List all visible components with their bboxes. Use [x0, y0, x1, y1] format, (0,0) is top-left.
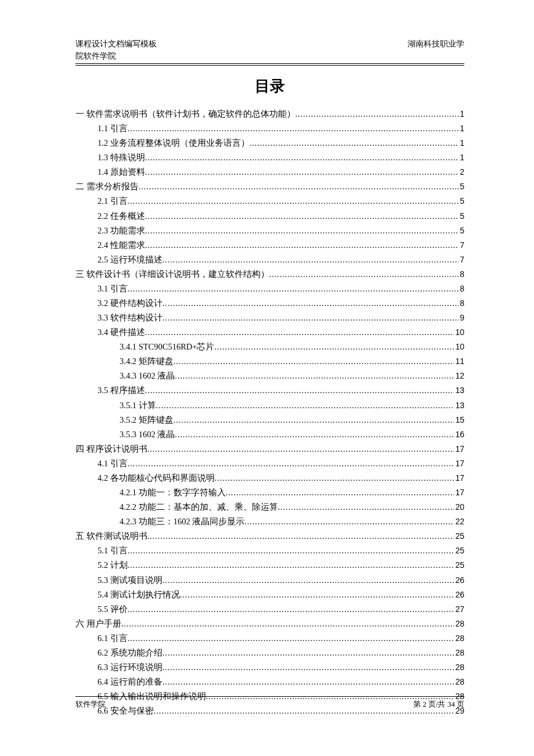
toc-leader-dots [145, 326, 454, 340]
toc-entry[interactable]: 1.1 引言1 [75, 121, 464, 136]
footer-rule [75, 696, 464, 697]
toc-entry[interactable]: 3.2 硬件结构设计8 [75, 296, 464, 311]
toc-entry[interactable]: 1.4 原始资料2 [75, 165, 464, 179]
toc-entry[interactable]: 4.2.2 功能二：基本的加、减、乘、除运算20 [75, 500, 464, 514]
toc-entry-label: 4.2 各功能核心代码和界面说明 [98, 471, 215, 485]
toc-entry[interactable]: 二 需求分析报告5 [75, 179, 464, 194]
toc-entry-page: 27 [454, 602, 464, 616]
header-left: 课程设计文档编写模板 院软件学院 [75, 38, 157, 62]
toc-entry[interactable]: 3.5 程序描述13 [75, 383, 464, 398]
toc-entry-label: 6.4 运行前的准备 [98, 675, 163, 689]
toc-entry[interactable]: 1.2 业务流程整体说明（使用业务语言）1 [75, 136, 464, 150]
toc-entry-page: 20 [454, 500, 464, 514]
toc-entry[interactable]: 四 程序设计说明书17 [75, 442, 464, 456]
toc-entry-page: 28 [454, 631, 464, 645]
toc-entry[interactable]: 2.1 引言5 [75, 194, 464, 208]
toc-entry-page: 25 [454, 543, 464, 557]
toc-entry-page: 17 [454, 442, 464, 456]
toc-entry[interactable]: 4.2.3 功能三：1602 液晶同步显示22 [75, 514, 464, 529]
toc-entry-label: 6.2 系统功能介绍 [98, 646, 163, 660]
toc-leader-dots [163, 253, 459, 267]
toc-entry-label: 3.5.1 计算 [120, 398, 156, 413]
toc-entry-page: 5 [459, 179, 464, 193]
toc-leader-dots [269, 268, 459, 282]
toc-entry[interactable]: 2.2 任务概述5 [75, 209, 464, 224]
toc-entry[interactable]: 4.2 各功能核心代码和界面说明17 [75, 471, 464, 485]
toc-entry[interactable]: 3.4 硬件描述10 [75, 325, 464, 340]
toc-leader-dots [180, 588, 454, 602]
toc-leader-dots [128, 544, 454, 558]
toc-entry[interactable]: 3.4.2 矩阵键盘11 [75, 354, 464, 369]
toc-entry-page: 10 [454, 340, 464, 354]
toc-entry-label: 1.3 特殊说明 [98, 150, 145, 165]
toc-entry[interactable]: 一 软件需求说明书（软件计划书，确定软件的总体功能）1 [75, 107, 464, 121]
toc-leader-dots [145, 239, 459, 253]
toc-leader-dots [145, 165, 459, 179]
toc-entry[interactable]: 5.1 引言25 [75, 543, 464, 558]
toc-entry-page: 26 [454, 588, 464, 602]
toc-title: 目录 [75, 76, 464, 96]
toc-entry[interactable]: 3.4.1 STC90C516RD+芯片10 [75, 340, 464, 354]
toc-entry-page: 5 [459, 209, 464, 223]
toc-entry-page: 8 [459, 267, 464, 281]
toc-entry[interactable]: 6.2 系统功能介绍28 [75, 646, 464, 660]
page-header: 课程设计文档编写模板 院软件学院 湖南科技职业学 [75, 38, 464, 62]
toc-leader-dots [128, 195, 459, 208]
toc-entry-label: 1.4 原始资料 [98, 165, 145, 179]
toc-entry[interactable]: 3.1 引言8 [75, 282, 464, 296]
toc-entry-label: 二 需求分析报告 [75, 179, 139, 194]
toc-leader-dots [163, 675, 454, 689]
toc-entry[interactable]: 5.3 测试项目说明26 [75, 573, 464, 588]
toc-entry-label: 5.4 测试计划执行情况 [98, 588, 180, 602]
toc-leader-dots [163, 311, 459, 325]
toc-entry[interactable]: 4.1 引言17 [75, 456, 464, 471]
toc-leader-dots [214, 340, 454, 354]
toc-entry-page: 5 [459, 224, 464, 237]
header-rule [75, 63, 464, 66]
toc-leader-dots [145, 210, 459, 224]
toc-entry-label: 5.1 引言 [98, 543, 128, 558]
toc-leader-dots [128, 282, 459, 296]
toc-leader-dots [156, 399, 454, 413]
toc-entry-page: 1 [459, 136, 464, 150]
toc-entry[interactable]: 五 软件测试说明书25 [75, 529, 464, 543]
toc-leader-dots [163, 574, 454, 588]
toc-entry[interactable]: 4.2.1 功能一：数字字符输入17 [75, 485, 464, 500]
toc-entry-page: 11 [454, 354, 464, 368]
toc-entry[interactable]: 3.4.3 1602 液晶12 [75, 369, 464, 383]
toc-entry-label: 5.3 测试项目说明 [98, 573, 163, 588]
toc-entry[interactable]: 2.4 性能需求7 [75, 238, 464, 253]
toc-entry[interactable]: 3.5.1 计算13 [75, 398, 464, 413]
toc-entry[interactable]: 6.4 运行前的准备28 [75, 675, 464, 689]
toc-entry-page: 2 [459, 165, 464, 179]
toc-entry[interactable]: 5.2 计划25 [75, 558, 464, 573]
toc-leader-dots [295, 107, 459, 121]
toc-entry[interactable]: 6.3 运行环境说明28 [75, 660, 464, 675]
toc-entry-page: 1 [459, 107, 464, 121]
toc-entry[interactable]: 6.1 引言28 [75, 631, 464, 646]
toc-leader-dots [174, 413, 454, 427]
toc-entry-label: 四 程序设计说明书 [75, 442, 147, 456]
toc-entry-page: 16 [454, 427, 464, 441]
toc-entry-label: 一 软件需求说明书（软件计划书，确定软件的总体功能） [75, 107, 295, 121]
toc-entry[interactable]: 3.3 软件结构设计9 [75, 311, 464, 325]
toc-entry[interactable]: 三 软件设计书（详细设计说明书，建立软件结构）8 [75, 267, 464, 282]
toc-entry[interactable]: 5.4 测试计划执行情况26 [75, 588, 464, 602]
toc-leader-dots [163, 646, 454, 660]
toc-entry-label: 2.4 性能需求 [98, 238, 145, 253]
toc-entry-page: 7 [459, 238, 464, 252]
header-right: 湖南科技职业学 [407, 38, 464, 62]
toc-entry[interactable]: 2.3 功能需求5 [75, 224, 464, 238]
toc-leader-dots [163, 297, 459, 311]
toc-entry-label: 五 软件测试说明书 [75, 529, 147, 543]
toc-leader-dots [139, 180, 459, 194]
toc-entry[interactable]: 3.5.3 1602 液晶16 [75, 427, 464, 442]
toc-entry[interactable]: 六 用户手册28 [75, 617, 464, 631]
toc-entry[interactable]: 2.5 运行环境描述7 [75, 253, 464, 267]
toc-entry[interactable]: 3.5.2 矩阵键盘15 [75, 413, 464, 427]
toc-leader-dots [163, 661, 454, 675]
toc-entry-label: 三 软件设计书（详细设计说明书，建立软件结构） [75, 267, 269, 282]
toc-entry[interactable]: 1.3 特殊说明1 [75, 150, 464, 165]
toc-entry-label: 4.2.1 功能一：数字字符输入 [120, 485, 226, 500]
toc-entry[interactable]: 5.5 评价27 [75, 602, 464, 617]
